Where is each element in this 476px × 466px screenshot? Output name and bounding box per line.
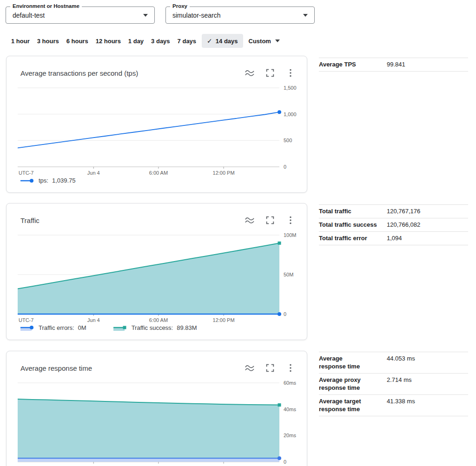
time-range-selector: 1 hour 3 hours 6 hours 12 hours 1 day 3 …: [7, 34, 284, 48]
card-header: Traffic: [7, 203, 307, 225]
svg-text:100M: 100M: [284, 232, 297, 238]
stat-value: 120,767,176: [387, 207, 468, 215]
svg-text:500: 500: [284, 138, 292, 143]
response-time-chart[interactable]: 020ms40ms60msJun 46:00 AM12:00 PMUTC-7: [18, 378, 306, 466]
chart-type-icon[interactable]: [245, 363, 255, 373]
more-options-icon[interactable]: [285, 215, 296, 225]
stat-value: 41.338 ms: [387, 397, 468, 405]
legend-value: 89.83M: [177, 324, 197, 331]
fullscreen-icon[interactable]: [265, 215, 275, 225]
stat-label: Total traffic success: [319, 221, 387, 229]
table-row: Average response time 44.053 ms: [319, 352, 468, 374]
legend-value: 1,039.75: [52, 177, 76, 184]
svg-text:6:00 AM: 6:00 AM: [149, 317, 168, 323]
environment-select-value: default-test: [13, 12, 45, 19]
stat-label: Average target response time: [319, 397, 387, 413]
environment-select[interactable]: Environment or Hostname default-test: [6, 7, 155, 24]
stat-label: Total traffic error: [319, 234, 387, 242]
stat-label: Average response time: [319, 354, 387, 370]
svg-text:UTC-7: UTC-7: [19, 170, 33, 176]
table-row: Average proxy response time 2.714 ms: [319, 374, 468, 395]
legend-item-traffic-success: Traffic success: 89.83M: [113, 324, 197, 331]
table-row: Average target response time 41.338 ms: [319, 395, 468, 416]
traffic-chart-card: Traffic 050M100MJun 46:00 AM12:00 PMUTC-…: [6, 203, 307, 340]
card-header: Average response time: [7, 351, 307, 373]
proxy-select-value: simulator-search: [172, 12, 220, 19]
svg-text:6:00 AM: 6:00 AM: [149, 170, 168, 176]
legend-value: 0M: [78, 324, 86, 331]
legend-label: Traffic errors:: [39, 324, 74, 331]
stat-label: Average TPS: [319, 60, 387, 68]
stat-value: 44.053 ms: [387, 354, 468, 362]
svg-text:50M: 50M: [284, 272, 293, 277]
fullscreen-icon[interactable]: [265, 363, 275, 373]
time-range-7-days[interactable]: 7 days: [174, 34, 200, 48]
time-range-custom-label: Custom: [249, 38, 271, 45]
chart-type-icon[interactable]: [245, 68, 255, 78]
fullscreen-icon[interactable]: [265, 68, 275, 78]
proxy-select[interactable]: Proxy simulator-search: [165, 7, 315, 24]
legend-label: tps:: [39, 177, 48, 184]
more-options-icon[interactable]: [285, 363, 296, 373]
traffic-chart[interactable]: 050M100MJun 46:00 AM12:00 PMUTC-7: [18, 230, 306, 326]
time-range-12-hours[interactable]: 12 hours: [92, 34, 125, 48]
legend-line-dot-swatch: [20, 178, 34, 184]
time-range-3-days[interactable]: 3 days: [147, 34, 173, 48]
stat-label: Average proxy response time: [319, 376, 387, 392]
svg-text:Jun 4: Jun 4: [87, 170, 100, 176]
stat-value: 99.841: [387, 60, 468, 68]
proxy-select-label: Proxy: [170, 3, 190, 9]
legend-label: Traffic success:: [132, 324, 173, 331]
time-range-1-hour[interactable]: 1 hour: [7, 34, 33, 48]
table-row: Total traffic success 120,766,082: [319, 218, 468, 232]
svg-text:1,000: 1,000: [284, 112, 297, 117]
legend-item-traffic-errors: Traffic errors: 0M: [20, 324, 86, 331]
time-range-14-days[interactable]: ✓ 14 days: [202, 34, 243, 48]
stat-value: 120,766,082: [387, 221, 468, 229]
check-icon: ✓: [207, 37, 212, 45]
time-range-14-days-label: 14 days: [216, 38, 238, 45]
svg-text:12:00 PM: 12:00 PM: [213, 317, 235, 323]
card-header: Average transactions per second (tps): [7, 56, 307, 78]
svg-text:0: 0: [284, 311, 286, 317]
time-range-1-day[interactable]: 1 day: [125, 34, 147, 48]
legend-item-tps: tps: 1,039.75: [20, 177, 76, 184]
svg-text:0: 0: [284, 164, 286, 170]
time-range-6-hours[interactable]: 6 hours: [63, 34, 92, 48]
svg-text:20ms: 20ms: [284, 433, 296, 438]
time-range-3-hours[interactable]: 3 hours: [33, 34, 63, 48]
table-row: Average TPS 99.841: [319, 58, 468, 72]
dropdown-caret-icon: [143, 14, 148, 17]
dropdown-caret-icon: [303, 14, 308, 17]
svg-text:0: 0: [284, 459, 286, 465]
tps-chart-title: Average transactions per second (tps): [20, 69, 234, 77]
response-time-stats-table: Average response time 44.053 ms Average …: [319, 352, 468, 416]
table-row: Total traffic error 1,094: [319, 232, 468, 245]
response-time-chart-title: Average response time: [20, 364, 234, 372]
svg-text:1,500: 1,500: [284, 85, 297, 91]
traffic-chart-legend: Traffic errors: 0M Traffic success: 89.8…: [20, 324, 197, 331]
traffic-chart-title: Traffic: [20, 217, 234, 224]
time-range-custom[interactable]: Custom: [245, 34, 284, 48]
legend-area-swatch: [20, 325, 34, 331]
traffic-stats-table: Total traffic 120,767,176 Total traffic …: [319, 204, 468, 245]
more-options-icon[interactable]: [285, 68, 296, 78]
svg-text:Jun 4: Jun 4: [87, 317, 100, 323]
monitoring-dashboard: Environment or Hostname default-test Pro…: [0, 0, 476, 466]
response-time-chart-card: Average response time 020ms40ms60msJun 4…: [6, 351, 307, 466]
svg-text:12:00 PM: 12:00 PM: [213, 170, 235, 176]
svg-text:40ms: 40ms: [284, 407, 296, 412]
tps-stats-table: Average TPS 99.841: [319, 58, 468, 72]
stat-value: 2.714 ms: [387, 376, 468, 384]
dropdown-caret-icon: [275, 39, 280, 42]
environment-select-label: Environment or Hostname: [10, 3, 82, 9]
tps-chart-card: Average transactions per second (tps) 05…: [6, 56, 307, 193]
tps-chart[interactable]: 05001,0001,500Jun 46:00 AM12:00 PMUTC-7: [18, 83, 306, 178]
tps-chart-legend: tps: 1,039.75: [20, 177, 76, 184]
legend-area-swatch: [113, 325, 127, 331]
stat-label: Total traffic: [319, 207, 387, 215]
chart-type-icon[interactable]: [245, 215, 255, 225]
stat-value: 1,094: [387, 234, 468, 242]
table-row: Total traffic 120,767,176: [319, 205, 468, 218]
svg-text:60ms: 60ms: [284, 380, 296, 386]
